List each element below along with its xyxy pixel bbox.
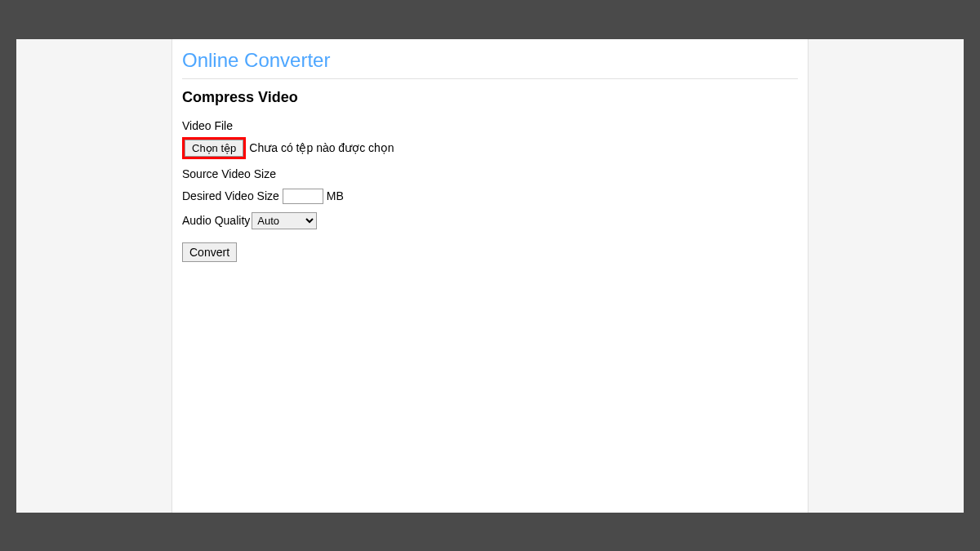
desired-size-input[interactable]	[283, 189, 323, 204]
audio-quality-select[interactable]: Auto	[252, 212, 317, 229]
audio-quality-label: Audio Quality	[182, 214, 250, 227]
divider	[182, 78, 798, 79]
site-title[interactable]: Online Converter	[182, 46, 798, 78]
desired-size-label: Desired Video Size	[182, 189, 279, 202]
file-input-row: Chọn tệp Chưa có tệp nào được chọn	[182, 137, 798, 159]
audio-quality-row: Audio Quality Auto	[182, 212, 798, 229]
choose-file-button[interactable]: Chọn tệp	[185, 140, 243, 157]
page-heading: Compress Video	[182, 89, 798, 106]
source-size-label: Source Video Size	[182, 167, 276, 180]
source-size-row: Source Video Size	[182, 167, 798, 180]
content-container: Online Converter Compress Video Video Fi…	[172, 39, 808, 513]
file-status-text: Chưa có tệp nào được chọn	[249, 141, 394, 154]
file-input-highlight: Chọn tệp	[182, 137, 246, 159]
video-file-section: Video File Chọn tệp Chưa có tệp nào được…	[182, 119, 798, 159]
desired-size-row: Desired Video Size MB	[182, 189, 798, 204]
size-unit-label: MB	[327, 189, 344, 202]
convert-button[interactable]: Convert	[182, 242, 237, 262]
video-file-label: Video File	[182, 119, 798, 132]
page-wrapper: Online Converter Compress Video Video Fi…	[16, 39, 964, 513]
